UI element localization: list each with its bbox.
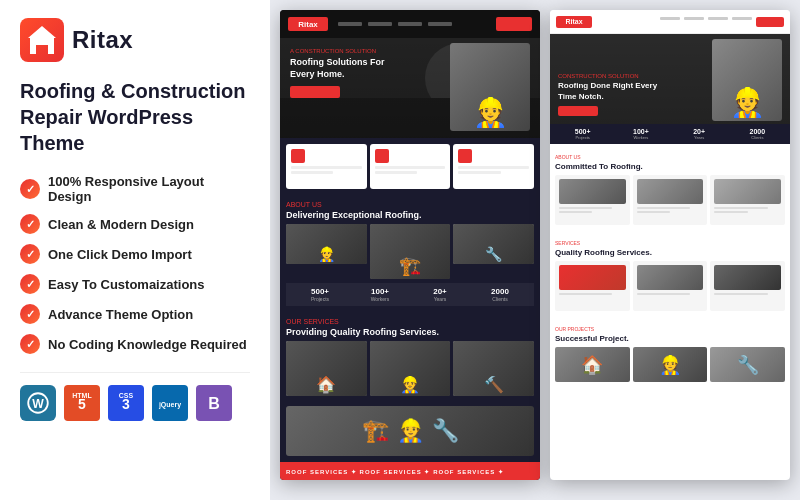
- theme-title: Roofing & Construction Repair WordPress …: [20, 78, 250, 156]
- feature-customization: ✓ Easy To Customaizations: [20, 274, 250, 294]
- mock-right-about: About Us Committed To Roofing.: [550, 149, 790, 235]
- badge-jquery: jQuery: [152, 385, 188, 421]
- mock-card-3: [453, 144, 534, 189]
- mock-about-heading: Delivering Exceptional Roofing.: [286, 210, 534, 220]
- mock-right-card-line-2b: [637, 211, 670, 213]
- mock-stat-label-3: Years: [412, 296, 468, 302]
- check-icon-nocoding: ✓: [20, 334, 40, 354]
- mock-right-card-line-2: [637, 207, 690, 209]
- mock-roof-img: 🏗️ 👷 🔧: [286, 406, 534, 456]
- mock-ticker-text: ROOF SERVICES ✦ ROOF SERVICES ✦ ROOF SER…: [286, 468, 504, 475]
- mock-stat-num-1: 500+: [292, 287, 348, 296]
- preview-area: Ritax A Construction Solution Roofing So…: [270, 0, 800, 500]
- left-panel: Ritax Roofing & Construction Repair Word…: [0, 0, 270, 500]
- mock-nav-right-links: [660, 17, 784, 27]
- mock-nav-link-4: [428, 22, 452, 26]
- mock-hero-title: Roofing Solutions For Every Home.: [290, 57, 410, 80]
- feature-demo: ✓ One Click Demo Import: [20, 244, 250, 264]
- mock-card-icon-1: [291, 149, 305, 163]
- mock-right-service-card-1: [555, 261, 630, 311]
- check-icon-advance: ✓: [20, 304, 40, 324]
- mock-stat-num-3: 20+: [412, 287, 468, 296]
- mock-bottom-heading: Successful Project.: [555, 334, 785, 343]
- mock-stat-label-4: Clients: [472, 296, 528, 302]
- preview-left: Ritax A Construction Solution Roofing So…: [280, 10, 540, 480]
- mock-stats-right: 500+ Projects 100+ Workers 20+ Years 200…: [550, 124, 790, 144]
- mock-right-card-img-3: [714, 179, 781, 204]
- mock-services-imgs: 🏠 👷 🔨: [286, 341, 534, 396]
- mock-card-line-3b: [458, 171, 500, 174]
- feature-advance: ✓ Advance Theme Option: [20, 304, 250, 324]
- mock-right-cards: [555, 175, 785, 225]
- mock-stat-num-2: 100+: [352, 287, 408, 296]
- mock-right-card-line-3b: [714, 211, 747, 213]
- mock-nav-right-link-4: [732, 17, 752, 20]
- mock-stat-right-label-4: Clients: [730, 135, 785, 140]
- mock-stat-right-label-3: Years: [672, 135, 727, 140]
- mock-right-service-img-3: [714, 265, 781, 290]
- feature-nocoding: ✓ No Coding Knowledge Required: [20, 334, 250, 354]
- check-icon-demo: ✓: [20, 244, 40, 264]
- mock-nav-link-2: [368, 22, 392, 26]
- mock-service-img-1: 🏠: [286, 341, 367, 396]
- mock-right-service-card-2: [633, 261, 708, 311]
- mock-img-3: 🔧: [453, 224, 534, 264]
- mock-nav-right-link-2: [684, 17, 704, 20]
- mock-services-tag: Our Services: [286, 318, 534, 325]
- mock-hero-btn[interactable]: [290, 86, 340, 98]
- badge-wordpress: W: [20, 385, 56, 421]
- mock-service-img-3: 🔨: [453, 341, 534, 396]
- svg-text:CSS: CSS: [119, 392, 134, 399]
- mock-stat-right-4: 2000 Clients: [730, 128, 785, 140]
- mock-stat-right-label-1: Projects: [555, 135, 610, 140]
- mock-right-services: Services Quality Roofing Services.: [550, 235, 790, 321]
- mock-right-card-line-1b: [559, 211, 592, 213]
- mock-card-line-1a: [291, 166, 362, 169]
- badge-bootstrap: B: [196, 385, 232, 421]
- mock-nav-left: Ritax: [280, 10, 540, 38]
- mock-right-services-heading: Quality Roofing Services.: [555, 248, 785, 257]
- mock-right-about-tag: About Us: [555, 154, 785, 160]
- mock-nav-links: [338, 22, 452, 26]
- mock-right-about-heading: Committed To Roofing.: [555, 162, 785, 171]
- mock-hero-right-img: 👷: [712, 39, 782, 121]
- mock-card-line-3a: [458, 166, 529, 169]
- mock-right-service-cards: [555, 261, 785, 311]
- mock-nav-right-btn[interactable]: [756, 17, 784, 27]
- mock-card-2: [370, 144, 451, 189]
- mock-about-section: About Us Delivering Exceptional Roofing.…: [280, 195, 540, 312]
- mock-stat-right-num-3: 20+: [672, 128, 727, 135]
- mock-img-2: 🏗️: [370, 224, 451, 279]
- mock-stat-4: 2000 Clients: [472, 287, 528, 302]
- preview-right: Ritax Construction Solution Roofing Done…: [550, 10, 790, 480]
- mock-right-service-line-3: [714, 293, 767, 295]
- mock-stat-label-1: Projects: [292, 296, 348, 302]
- badge-html5: 5 HTML: [64, 385, 100, 421]
- mock-nav-link-3: [398, 22, 422, 26]
- mock-stat-right-1: 500+ Projects: [555, 128, 610, 140]
- mock-right-card-3: [710, 175, 785, 225]
- mock-right-card-line-3: [714, 207, 767, 209]
- mock-right-service-img-2: [637, 265, 704, 290]
- mock-right-services-tag: Services: [555, 240, 785, 246]
- mock-card-icon-2: [375, 149, 389, 163]
- mock-nav-right-link-3: [708, 17, 728, 20]
- mock-bottom-imgs: 🏠 👷 🔧: [555, 347, 785, 382]
- badge-css3: 3 CSS: [108, 385, 144, 421]
- mock-img-1: 👷: [286, 224, 367, 264]
- mock-nav-right: Ritax: [550, 10, 790, 34]
- mock-bottom-img-1: 🏠: [555, 347, 630, 382]
- mock-hero-right-btn[interactable]: [558, 106, 598, 116]
- mock-right-service-line-1: [559, 293, 612, 295]
- svg-text:jQuery: jQuery: [158, 401, 181, 409]
- mock-bottom-img-2: 👷: [633, 347, 708, 382]
- feature-responsive: ✓ 100% Responsive Layout Design: [20, 174, 250, 204]
- svg-text:B: B: [208, 395, 220, 412]
- check-icon-customization: ✓: [20, 274, 40, 294]
- check-icon-clean: ✓: [20, 214, 40, 234]
- mock-nav-btn[interactable]: [496, 17, 532, 31]
- mock-stat-right-num-1: 500+: [555, 128, 610, 135]
- mock-stat-right-2: 100+ Workers: [613, 128, 668, 140]
- mock-stat-label-2: Workers: [352, 296, 408, 302]
- mock-right-service-line-2: [637, 293, 690, 295]
